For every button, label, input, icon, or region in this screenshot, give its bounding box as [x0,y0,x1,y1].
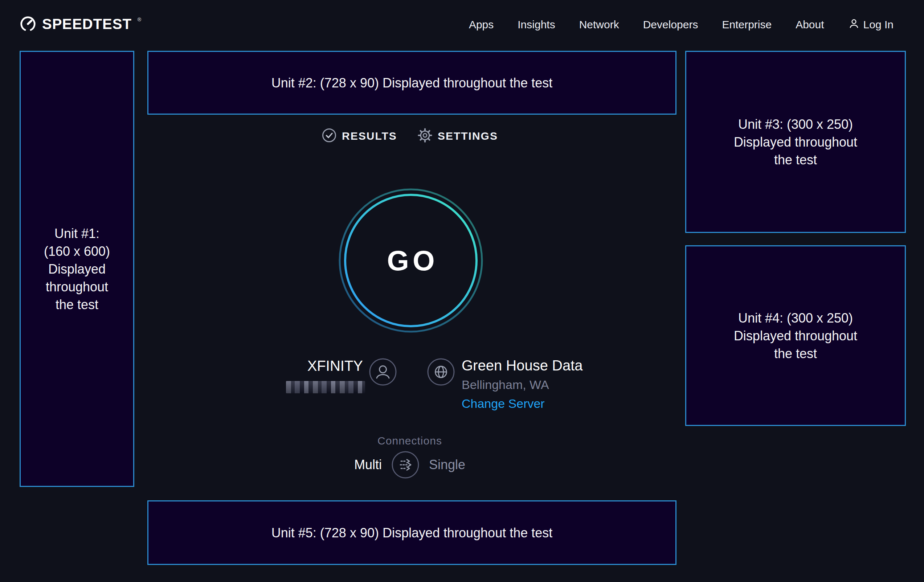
logo-text: SPEEDTEST [42,16,132,32]
speedtest-logo[interactable]: SPEEDTEST ® [20,16,141,34]
multi-label[interactable]: Multi [354,457,382,472]
blurred-ip-address [286,381,365,393]
speedometer-icon [20,16,36,34]
server-info: Green House Data Bellingham, WA Change S… [462,357,583,411]
tab-results[interactable]: RESULTS [322,128,397,144]
speedtest-page: SPEEDTEST ® Apps Insights Network Develo… [0,0,924,582]
view-tabs: RESULTS [134,128,685,144]
ad-unit-3: Unit #3: (300 x 250) Displayed throughou… [685,51,906,233]
logo-trademark: ® [137,17,141,22]
tab-settings-label: SETTINGS [438,130,498,142]
ad-unit-5-label: Unit #5: (728 x 90) Displayed throughout… [271,524,553,542]
globe-icon [427,358,455,386]
check-circle-icon [322,128,337,144]
top-nav: SPEEDTEST ® Apps Insights Network Develo… [0,0,924,49]
person-icon [848,18,860,32]
ad-unit-5: Unit #5: (728 x 90) Displayed throughout… [147,500,676,565]
ad-unit-4: Unit #4: (300 x 250) Displayed throughou… [685,245,906,426]
ad-unit-3-label: Unit #3: (300 x 250) Displayed throughou… [728,115,863,169]
gear-icon [417,128,432,144]
connections-toggle[interactable] [391,451,419,479]
go-button[interactable]: GO [338,188,483,333]
nav-item-developers[interactable]: Developers [643,18,698,31]
login-link[interactable]: Log In [848,18,894,32]
connections-label: Connections [134,435,685,447]
nav-item-apps[interactable]: Apps [469,18,493,31]
change-server-link[interactable]: Change Server [462,396,545,411]
single-label[interactable]: Single [429,457,465,472]
connections-row: Multi Single [134,451,685,479]
server-name: Green House Data [462,357,583,374]
nav-item-about[interactable]: About [795,18,824,31]
go-label: GO [383,244,438,277]
tab-results-label: RESULTS [342,130,397,142]
ad-unit-2: Unit #2: (728 x 90) Displayed throughout… [147,51,676,115]
ad-unit-2-label: Unit #2: (728 x 90) Displayed throughout… [271,74,553,92]
isp-user-icon [369,358,397,386]
ad-unit-1: Unit #1: (160 x 600) Displayed throughou… [20,51,134,487]
ad-unit-4-label: Unit #4: (300 x 250) Displayed throughou… [728,309,863,363]
nav-menu: Apps Insights Network Developers Enterpr… [469,18,894,32]
nav-item-network[interactable]: Network [579,18,619,31]
nav-item-enterprise[interactable]: Enterprise [722,18,772,31]
login-label: Log In [863,18,894,31]
isp-name: XFINITY [276,358,363,374]
ad-unit-1-label: Unit #1: (160 x 600) Displayed throughou… [41,224,112,313]
tab-settings[interactable]: SETTINGS [417,128,498,144]
server-location: Bellingham, WA [462,378,583,392]
nav-item-insights[interactable]: Insights [518,18,555,31]
